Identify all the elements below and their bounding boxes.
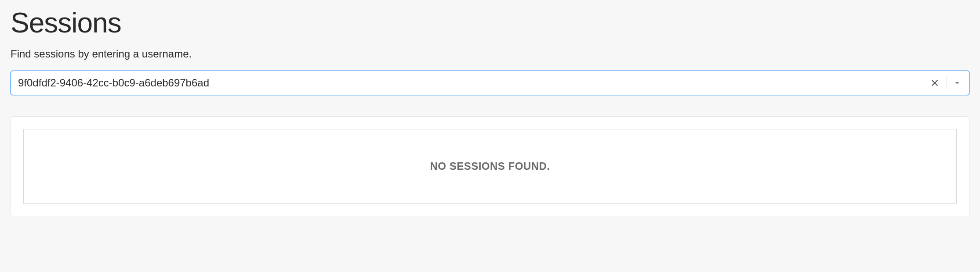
divider [947, 76, 947, 89]
page-subtitle: Find sessions by entering a username. [0, 43, 980, 71]
empty-results-message: No sessions found. [430, 160, 550, 172]
clear-icon[interactable] [926, 75, 943, 91]
results-inner: No sessions found. [23, 129, 957, 204]
results-card: No sessions found. [11, 116, 969, 216]
search-controls [926, 75, 969, 91]
page-title: Sessions [0, 0, 980, 43]
search-container [11, 71, 969, 95]
username-search-input[interactable] [18, 71, 926, 95]
search-input-wrapper [11, 71, 969, 95]
chevron-down-icon[interactable] [951, 75, 964, 91]
